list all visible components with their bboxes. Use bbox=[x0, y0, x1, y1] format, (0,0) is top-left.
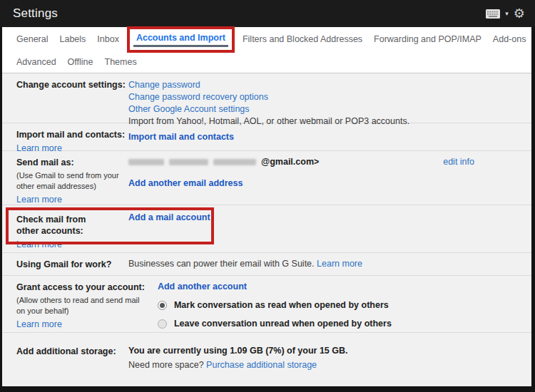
tab-inbox[interactable]: Inbox bbox=[91, 34, 125, 44]
section-label: Check mail from other accounts: bbox=[16, 214, 102, 237]
keyboard-icon[interactable] bbox=[486, 9, 500, 19]
other-google-account-settings-link[interactable]: Other Google Account settings bbox=[128, 104, 250, 114]
section-label: Import mail and contacts: bbox=[16, 129, 128, 140]
gsuite-text: Businesses can power their email with G … bbox=[128, 259, 315, 269]
tab-forwarding-and-pop-imap[interactable]: Forwarding and POP/IMAP bbox=[368, 34, 487, 44]
learn-more-link[interactable]: Learn more bbox=[16, 239, 62, 249]
tab-row-2: Advanced Offline Themes bbox=[11, 51, 531, 73]
learn-more-link[interactable]: Learn more bbox=[16, 319, 62, 329]
section-label: Send mail as: bbox=[16, 157, 128, 168]
tab-general[interactable]: General bbox=[11, 34, 54, 44]
radio-label: Leave conversation unread when opened by… bbox=[174, 319, 392, 329]
section-using-gmail-for-work: Using Gmail for work? Businesses can pow… bbox=[2, 253, 531, 276]
tab-add-ons[interactable]: Add-ons bbox=[487, 34, 532, 44]
radio-option-leave-unread: Leave conversation unread when opened by… bbox=[158, 319, 523, 329]
section-label: Using Gmail for work? bbox=[16, 259, 128, 270]
section-check-mail-from-other-accounts: Check mail from other accounts: Learn mo… bbox=[2, 205, 531, 253]
gear-icon[interactable]: ⚙ bbox=[514, 7, 525, 20]
section-import-mail-and-contacts: Import mail and contacts: Learn more Imp… bbox=[2, 123, 531, 151]
settings-content: Change account settings: Change password… bbox=[2, 73, 531, 386]
email-address-line: @gmail.com> edit info bbox=[128, 157, 523, 167]
tab-chat[interactable]: Chat bbox=[531, 34, 535, 44]
tab-labels[interactable]: Labels bbox=[54, 34, 91, 44]
section-label: Grant access to your account: bbox=[16, 282, 145, 293]
radio-label: Mark conversation as read when opened by… bbox=[174, 300, 389, 310]
storage-usage-text: You are currently using 1.09 GB (7%) of … bbox=[128, 346, 523, 356]
top-bar: Settings ▾ ⚙ bbox=[0, 0, 535, 27]
add-another-account-link[interactable]: Add another account bbox=[158, 282, 247, 292]
section-add-additional-storage: Add additional storage: You are currentl… bbox=[2, 333, 531, 386]
radio-button-unselected[interactable] bbox=[158, 319, 167, 329]
section-grant-access: Grant access to your account: (Allow oth… bbox=[2, 276, 531, 333]
change-password-link[interactable]: Change password bbox=[128, 80, 200, 90]
top-bar-icons: ▾ ⚙ bbox=[486, 7, 525, 20]
learn-more-link[interactable]: Learn more bbox=[16, 195, 62, 205]
edit-info-link[interactable]: edit info bbox=[443, 157, 474, 167]
section-send-mail-as: Send mail as: (Use Gmail to send from yo… bbox=[2, 151, 531, 205]
add-another-email-address-link[interactable]: Add another email address bbox=[128, 178, 243, 188]
change-password-recovery-link[interactable]: Change password recovery options bbox=[128, 92, 268, 102]
tab-filters-and-blocked-addresses[interactable]: Filters and Blocked Addresses bbox=[237, 34, 368, 44]
radio-option-mark-read: Mark conversation as read when opened by… bbox=[158, 300, 523, 310]
caret-down-icon[interactable]: ▾ bbox=[505, 11, 509, 17]
gmail-settings-screen: Settings ▾ ⚙ bbox=[0, 0, 535, 392]
section-sublabel: (Use Gmail to send from your other email… bbox=[16, 170, 128, 192]
tab-themes[interactable]: Themes bbox=[99, 57, 143, 67]
settings-window: General Labels Inbox Accounts and Import… bbox=[2, 27, 531, 386]
section-label: Add additional storage: bbox=[16, 346, 128, 357]
tab-accounts-and-import[interactable]: Accounts and Import bbox=[127, 26, 235, 53]
tab-advanced[interactable]: Advanced bbox=[11, 57, 62, 67]
need-more-space-text: Need more space? bbox=[128, 360, 204, 370]
section-label: Change account settings: bbox=[16, 79, 128, 91]
import-mail-and-contacts-link[interactable]: Import mail and contacts bbox=[128, 132, 234, 142]
page-title: Settings bbox=[13, 6, 58, 21]
tab-row-1: General Labels Inbox Accounts and Import… bbox=[11, 27, 531, 51]
add-a-mail-account-link[interactable]: Add a mail account bbox=[128, 212, 210, 222]
redacted-email-name bbox=[128, 159, 164, 165]
redacted-email-name bbox=[169, 159, 208, 165]
email-domain: @gmail.com> bbox=[261, 157, 319, 167]
tab-offline[interactable]: Offline bbox=[62, 57, 99, 67]
settings-tab-bar: General Labels Inbox Accounts and Import… bbox=[2, 27, 531, 73]
learn-more-link[interactable]: Learn more bbox=[317, 259, 362, 269]
radio-button-selected[interactable] bbox=[158, 301, 167, 310]
section-change-account-settings: Change account settings: Change password… bbox=[2, 73, 531, 123]
purchase-additional-storage-link[interactable]: Purchase additional storage bbox=[206, 360, 317, 370]
section-sublabel: (Allow others to read and send mail on y… bbox=[16, 295, 145, 316]
redacted-email-name bbox=[213, 159, 256, 165]
